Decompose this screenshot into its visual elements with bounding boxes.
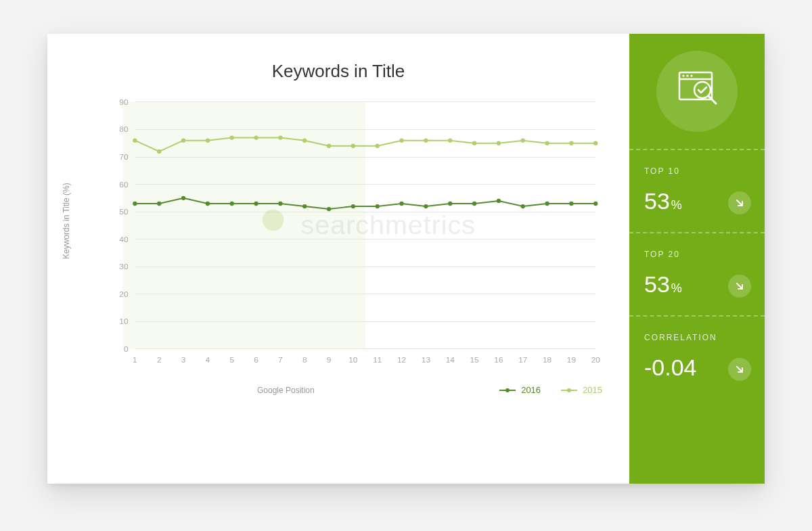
- svg-text:9: 9: [327, 355, 332, 365]
- svg-point-79: [521, 139, 525, 143]
- svg-text:90: 90: [119, 97, 129, 107]
- stat-correlation: CORRELATION -0.04: [629, 317, 765, 398]
- svg-point-49: [278, 202, 282, 206]
- svg-text:40: 40: [119, 235, 129, 244]
- legend-swatch-icon: [499, 388, 516, 393]
- trend-down-icon: [728, 191, 751, 214]
- svg-text:19: 19: [567, 355, 577, 365]
- svg-point-62: [593, 202, 597, 206]
- svg-text:11: 11: [373, 355, 382, 365]
- trend-down-icon: [728, 358, 751, 381]
- stat-top10: TOP 10 53%: [629, 150, 765, 233]
- trend-down-icon: [728, 275, 751, 298]
- svg-text:70: 70: [119, 152, 129, 162]
- svg-text:17: 17: [518, 355, 527, 365]
- stats-sidebar: TOP 10 53% TOP 20 53% CORRELATION: [629, 34, 765, 484]
- stat-top20: TOP 20 53%: [629, 233, 765, 317]
- dashboard-card: Keywords in Title Keywords in Title (%) …: [47, 34, 765, 484]
- svg-point-61: [569, 202, 573, 206]
- legend-swatch-icon: [561, 388, 577, 393]
- svg-text:8: 8: [302, 355, 307, 365]
- svg-point-64: [157, 149, 161, 154]
- svg-point-56: [448, 202, 452, 206]
- svg-point-53: [376, 204, 380, 208]
- svg-point-85: [682, 74, 684, 76]
- svg-point-66: [206, 139, 210, 143]
- svg-text:searchmetrics: searchmetrics: [301, 210, 476, 239]
- stat-label: TOP 20: [644, 250, 750, 259]
- analysis-icon: [656, 51, 738, 132]
- svg-point-65: [181, 139, 185, 143]
- svg-text:4: 4: [206, 355, 210, 365]
- svg-point-48: [254, 202, 258, 206]
- svg-text:10: 10: [119, 317, 129, 326]
- svg-point-72: [351, 144, 355, 148]
- svg-point-68: [254, 135, 258, 139]
- svg-point-67: [230, 135, 234, 139]
- svg-point-50: [302, 204, 307, 208]
- svg-point-73: [376, 144, 380, 148]
- svg-point-54: [399, 202, 403, 206]
- svg-text:10: 10: [348, 355, 358, 365]
- svg-point-75: [424, 139, 428, 143]
- svg-point-69: [278, 135, 282, 139]
- svg-point-41: [263, 210, 284, 231]
- svg-text:16: 16: [494, 355, 503, 365]
- svg-text:18: 18: [543, 355, 552, 365]
- svg-point-58: [497, 199, 501, 203]
- svg-text:50: 50: [119, 207, 129, 216]
- svg-point-82: [593, 141, 597, 145]
- svg-text:20: 20: [591, 355, 601, 365]
- svg-point-45: [181, 196, 185, 200]
- x-axis-label: Google Position: [257, 386, 315, 395]
- y-axis-label: Keywords in Title (%): [62, 183, 71, 259]
- svg-point-76: [448, 139, 452, 143]
- svg-point-46: [206, 202, 210, 206]
- svg-text:3: 3: [181, 355, 186, 365]
- legend-label: 2015: [583, 385, 602, 395]
- svg-point-77: [472, 141, 476, 145]
- svg-point-57: [472, 202, 476, 206]
- svg-text:60: 60: [119, 180, 129, 189]
- svg-point-55: [424, 204, 428, 208]
- svg-text:2: 2: [157, 355, 162, 365]
- svg-point-52: [351, 204, 355, 208]
- svg-point-63: [133, 139, 137, 143]
- svg-point-71: [327, 144, 331, 148]
- svg-text:15: 15: [470, 355, 479, 365]
- chart-title: Keywords in Title: [61, 61, 616, 82]
- svg-text:14: 14: [446, 355, 455, 365]
- chart-legend: Google Position 2016 2015: [61, 385, 602, 395]
- svg-text:6: 6: [254, 355, 258, 365]
- stat-label: TOP 10: [644, 166, 750, 176]
- svg-text:30: 30: [119, 262, 129, 271]
- svg-text:20: 20: [119, 290, 129, 299]
- svg-point-70: [302, 139, 307, 143]
- svg-point-78: [497, 141, 501, 145]
- legend-item-2016: 2016: [499, 385, 541, 395]
- svg-text:1: 1: [133, 355, 137, 365]
- legend-label: 2016: [521, 385, 541, 395]
- svg-point-51: [327, 207, 331, 211]
- sidebar-hero: [629, 34, 765, 150]
- svg-text:0: 0: [124, 344, 129, 354]
- svg-text:80: 80: [119, 124, 129, 134]
- svg-point-43: [133, 202, 137, 206]
- stat-label: CORRELATION: [644, 333, 750, 342]
- svg-point-81: [569, 141, 573, 145]
- chart-pane: Keywords in Title Keywords in Title (%) …: [47, 34, 629, 484]
- svg-point-60: [545, 202, 549, 206]
- svg-text:13: 13: [422, 355, 431, 365]
- svg-point-80: [545, 141, 549, 145]
- svg-point-47: [230, 202, 234, 206]
- svg-text:5: 5: [229, 355, 234, 365]
- svg-text:7: 7: [278, 355, 283, 365]
- svg-point-87: [690, 74, 692, 76]
- svg-point-44: [157, 202, 161, 206]
- legend-item-2015: 2015: [561, 385, 602, 395]
- svg-point-86: [686, 74, 688, 76]
- svg-text:12: 12: [397, 355, 406, 365]
- svg-point-74: [399, 139, 403, 143]
- line-chart: 0102030405060708090123456789101112131415…: [102, 95, 609, 375]
- svg-point-59: [521, 204, 525, 208]
